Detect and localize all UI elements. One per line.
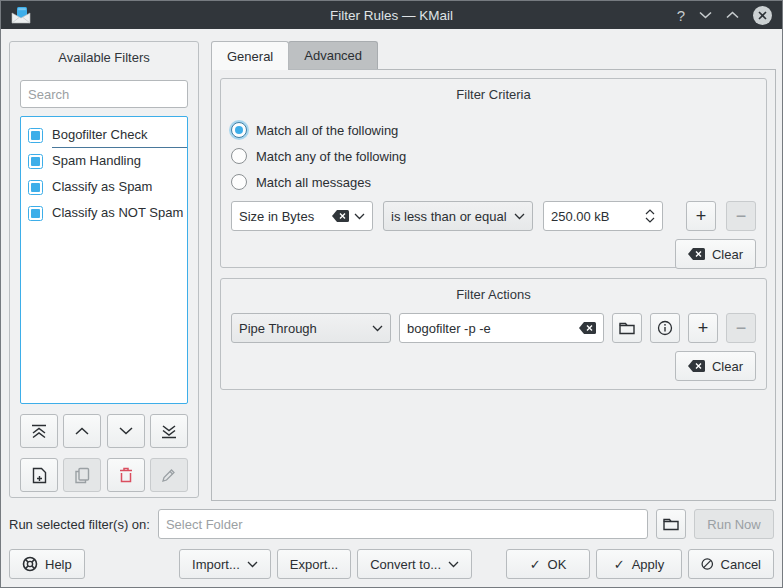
ok-button[interactable]: ✓ OK <box>506 549 590 579</box>
action-command-field[interactable] <box>399 313 604 343</box>
filter-search[interactable] <box>20 80 188 108</box>
cancel-button[interactable]: Cancel <box>688 549 774 579</box>
tab-general[interactable]: General <box>211 41 289 70</box>
criteria-size-value: 250.00 kB <box>551 209 640 224</box>
rename-filter-button[interactable] <box>150 458 188 492</box>
move-up-button[interactable] <box>63 414 101 448</box>
radio-selected-icon[interactable] <box>231 122 247 138</box>
checkbox-checked-icon[interactable] <box>28 128 43 143</box>
filter-name[interactable]: Classify as NOT Spam <box>52 201 187 225</box>
clear-actions-button[interactable]: Clear <box>675 351 756 381</box>
chevron-down-icon <box>448 561 459 568</box>
titlebar: Filter Rules — KMail ? <box>1 1 782 29</box>
info-button[interactable] <box>650 313 680 343</box>
check-icon: ✓ <box>530 557 541 572</box>
criteria-comparator-combo[interactable]: is less than or equal to <box>383 201 533 231</box>
list-item[interactable]: Spam Handling <box>28 148 187 174</box>
clear-command-icon[interactable] <box>579 322 596 334</box>
filter-name[interactable]: Spam Handling <box>52 149 187 173</box>
ok-label: OK <box>548 557 567 572</box>
folder-input[interactable] <box>166 517 640 532</box>
search-input[interactable] <box>28 87 180 102</box>
footer-buttons: Help Import... Export... Convert to... ✓… <box>1 549 782 579</box>
available-filters-title: Available Filters <box>20 42 188 68</box>
apply-label: Apply <box>632 557 665 572</box>
spinner-arrows-icon[interactable] <box>645 209 655 223</box>
tab-advanced[interactable]: Advanced <box>288 41 378 69</box>
tab-content: Filter Criteria Match all of the followi… <box>211 69 776 501</box>
action-type-combo[interactable]: Pipe Through <box>231 313 391 343</box>
radio-match-any-following[interactable]: Match any of the following <box>231 143 766 169</box>
command-input[interactable] <box>407 321 579 336</box>
radio-icon[interactable] <box>231 174 247 190</box>
remove-criteria-button[interactable]: − <box>726 201 756 231</box>
list-item[interactable]: Bogofilter Check <box>28 122 187 148</box>
criteria-size-spinbox[interactable]: 250.00 kB <box>543 201 663 231</box>
available-filters-group: Available Filters Bogofilter Check Spam … <box>9 41 199 498</box>
radio-icon[interactable] <box>231 148 247 164</box>
filter-actions-title: Filter Actions <box>221 279 766 305</box>
check-icon: ✓ <box>614 557 625 572</box>
dialog-body: Available Filters Bogofilter Check Spam … <box>1 29 782 588</box>
filter-list[interactable]: Bogofilter Check Spam Handling Classify … <box>20 116 188 404</box>
run-bar: Run selected filter(s) on: Run Now <box>1 509 782 539</box>
criteria-field-combo[interactable]: Size in Bytes <box>231 201 373 231</box>
move-down-button[interactable] <box>107 414 145 448</box>
add-action-button[interactable]: + <box>688 313 718 343</box>
clear-criteria-button[interactable]: Clear <box>675 239 756 269</box>
titlebar-help-button[interactable]: ? <box>677 7 685 24</box>
radio-label: Match all messages <box>256 175 371 190</box>
action-type-value: Pipe Through <box>239 321 367 336</box>
run-label: Run selected filter(s) on: <box>9 517 150 532</box>
cancel-icon <box>701 557 714 571</box>
cancel-label: Cancel <box>721 557 761 572</box>
radio-label: Match any of the following <box>256 149 406 164</box>
choose-folder-button[interactable] <box>656 509 686 539</box>
maximize-icon[interactable] <box>726 11 739 19</box>
clear-field-icon[interactable] <box>332 210 349 222</box>
clear-label: Clear <box>712 247 743 262</box>
convert-to-button[interactable]: Convert to... <box>357 549 472 579</box>
filter-criteria-group: Filter Criteria Match all of the followi… <box>220 78 767 268</box>
delete-filter-button[interactable] <box>107 458 145 492</box>
move-to-bottom-button[interactable] <box>150 414 188 448</box>
new-filter-button[interactable] <box>20 458 58 492</box>
close-icon[interactable] <box>753 6 772 25</box>
folder-select-field[interactable] <box>158 509 648 539</box>
convert-label: Convert to... <box>370 557 441 572</box>
run-now-button[interactable]: Run Now <box>694 509 774 539</box>
filter-criteria-title: Filter Criteria <box>221 79 766 105</box>
filter-rules-dialog: Filter Rules — KMail ? Available Filters <box>0 0 783 588</box>
apply-button[interactable]: ✓ Apply <box>596 549 682 579</box>
radio-match-all-following[interactable]: Match all of the following <box>231 117 766 143</box>
help-lifering-icon <box>22 556 38 572</box>
checkbox-checked-icon[interactable] <box>28 180 43 195</box>
filter-name[interactable]: Classify as Spam <box>52 175 187 199</box>
remove-action-button[interactable]: − <box>726 313 756 343</box>
criteria-comparator-value: is less than or equal to <box>391 209 509 224</box>
export-button[interactable]: Export... <box>277 549 351 579</box>
move-to-top-button[interactable] <box>20 414 58 448</box>
radio-match-all-messages[interactable]: Match all messages <box>231 169 766 195</box>
chevron-down-icon <box>247 561 258 568</box>
filter-actions-group: Filter Actions Pipe Through <box>220 278 767 390</box>
clear-label: Clear <box>712 359 743 374</box>
criteria-field-value: Size in Bytes <box>239 209 327 224</box>
tabbar: General Advanced <box>211 41 378 69</box>
help-label: Help <box>45 557 72 572</box>
browse-file-button[interactable] <box>612 313 642 343</box>
help-button[interactable]: Help <box>9 549 85 579</box>
list-item[interactable]: Classify as Spam <box>28 174 187 200</box>
kmail-icon <box>11 7 31 24</box>
filter-name[interactable]: Bogofilter Check <box>52 123 187 148</box>
chevron-down-icon <box>372 325 383 332</box>
checkbox-checked-icon[interactable] <box>28 206 43 221</box>
chevron-down-icon <box>514 213 525 220</box>
copy-filter-button[interactable] <box>63 458 101 492</box>
import-button[interactable]: Import... <box>179 549 271 579</box>
import-label: Import... <box>192 557 240 572</box>
minimize-icon[interactable] <box>699 11 712 19</box>
checkbox-checked-icon[interactable] <box>28 154 43 169</box>
add-criteria-button[interactable]: + <box>686 201 716 231</box>
list-item[interactable]: Classify as NOT Spam <box>28 200 187 226</box>
